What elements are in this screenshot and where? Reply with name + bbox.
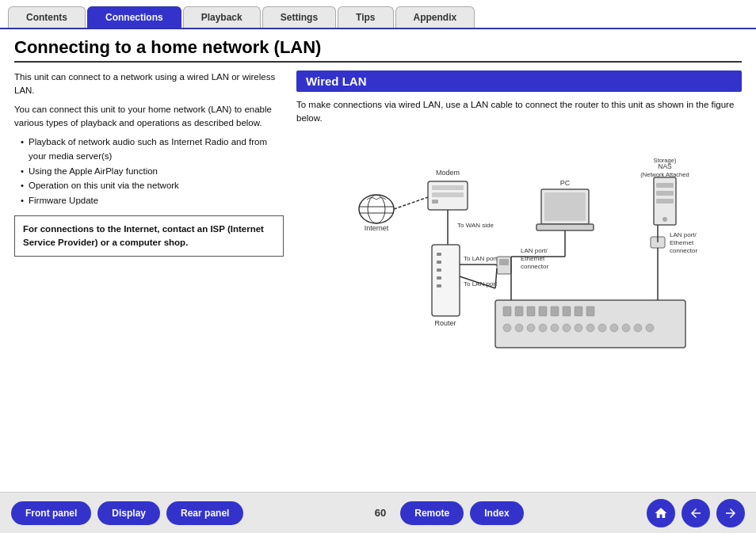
svg-point-36: [539, 324, 547, 332]
intro-line1: This unit can connect to a network using…: [14, 70, 284, 98]
network-diagram: Internet Modem To WAN side: [296, 134, 742, 364]
content-columns: This unit can connect to a network using…: [14, 70, 742, 364]
svg-point-38: [563, 324, 571, 332]
svg-point-33: [503, 324, 511, 332]
svg-rect-55: [536, 224, 594, 230]
svg-rect-15: [437, 261, 441, 264]
intro-line2: You can connect this unit to your home n…: [14, 103, 284, 131]
svg-text:To LAN port: To LAN port: [464, 255, 498, 262]
page-number-area: 60 Remote Index: [367, 501, 524, 525]
svg-point-43: [622, 324, 630, 332]
bullet-item: Using the Apple AirPlay function: [21, 164, 284, 178]
svg-rect-27: [527, 306, 535, 316]
tab-settings[interactable]: Settings: [262, 6, 336, 28]
front-panel-button[interactable]: Front panel: [11, 501, 91, 525]
svg-text:(Network Attached: (Network Attached: [640, 171, 689, 178]
svg-text:Router: Router: [434, 319, 456, 327]
svg-text:Modem: Modem: [436, 169, 460, 177]
svg-rect-28: [539, 306, 547, 316]
remote-button[interactable]: Remote: [400, 501, 464, 525]
back-button[interactable]: [682, 499, 710, 527]
bullet-item: Operation on this unit via the network: [21, 178, 284, 192]
svg-rect-16: [437, 268, 441, 272]
svg-point-1: [368, 195, 385, 223]
svg-text:PC: PC: [560, 179, 571, 187]
svg-line-48: [495, 265, 497, 265]
back-arrow-icon: [689, 506, 703, 520]
svg-rect-17: [437, 276, 441, 280]
svg-point-64: [662, 217, 667, 222]
diagram-svg: Internet Modem To WAN side: [296, 134, 742, 364]
svg-rect-14: [437, 253, 441, 256]
svg-rect-54: [544, 192, 586, 221]
svg-rect-13: [432, 245, 460, 316]
bottom-bar: Front panel Display Rear panel 60 Remote…: [0, 492, 756, 533]
tab-appendix[interactable]: Appendix: [395, 6, 475, 28]
svg-rect-9: [432, 200, 438, 204]
svg-rect-26: [515, 306, 523, 316]
rear-panel-button[interactable]: Rear panel: [166, 501, 243, 525]
svg-point-35: [527, 324, 535, 332]
svg-rect-63: [656, 199, 674, 204]
home-icon: [654, 506, 668, 520]
main-content: Connecting to a home network (LAN) This …: [0, 29, 756, 364]
svg-rect-62: [656, 191, 674, 196]
svg-point-44: [634, 324, 642, 332]
svg-text:Storage): Storage): [654, 157, 677, 164]
bullet-item: Firmware Update: [21, 193, 284, 207]
forward-button[interactable]: [716, 499, 745, 527]
bullet-item: Playback of network audio such as Intern…: [21, 135, 284, 164]
right-column: Wired LAN To make connections via wired …: [296, 70, 742, 364]
svg-rect-8: [432, 192, 464, 197]
svg-rect-47: [499, 259, 509, 265]
tab-playback[interactable]: Playback: [183, 6, 261, 28]
svg-text:Internet: Internet: [365, 224, 389, 232]
svg-text:To LAN port: To LAN port: [464, 280, 498, 287]
svg-rect-31: [575, 306, 582, 316]
info-box: For connections to the Internet, contact…: [14, 215, 284, 257]
svg-rect-32: [586, 306, 594, 316]
svg-rect-7: [432, 185, 464, 190]
wired-lan-header: Wired LAN: [296, 70, 742, 92]
tab-contents[interactable]: Contents: [8, 6, 86, 28]
bottom-left-nav: Front panel Display Rear panel: [11, 501, 243, 525]
tab-tips[interactable]: Tips: [338, 6, 393, 28]
svg-text:To WAN side: To WAN side: [457, 222, 494, 229]
svg-point-0: [359, 195, 394, 223]
svg-point-37: [551, 324, 559, 332]
svg-text:LAN port/: LAN port/: [521, 247, 548, 254]
svg-line-5: [394, 197, 428, 209]
tab-connections[interactable]: Connections: [87, 6, 181, 28]
svg-text:Ethernet: Ethernet: [670, 239, 694, 246]
svg-text:connector: connector: [521, 263, 548, 270]
svg-point-40: [586, 324, 594, 332]
svg-text:LAN port/: LAN port/: [670, 231, 697, 238]
page-number: 60: [375, 507, 386, 519]
svg-rect-29: [551, 306, 559, 316]
bullet-list: Playback of network audio such as Intern…: [21, 135, 284, 207]
svg-point-34: [515, 324, 523, 332]
svg-point-42: [610, 324, 618, 332]
svg-text:connector: connector: [670, 247, 697, 254]
svg-point-41: [598, 324, 606, 332]
svg-rect-61: [656, 183, 674, 188]
forward-arrow-icon: [724, 506, 738, 520]
svg-point-39: [575, 324, 582, 332]
svg-point-45: [646, 324, 654, 332]
left-column: This unit can connect to a network using…: [14, 70, 284, 364]
index-button[interactable]: Index: [470, 501, 523, 525]
home-button[interactable]: [647, 499, 675, 527]
svg-rect-25: [503, 306, 511, 316]
wired-lan-desc: To make connections via wired LAN, use a…: [296, 98, 742, 126]
bottom-right-nav: [647, 499, 745, 527]
svg-rect-30: [563, 306, 571, 316]
svg-rect-18: [437, 284, 441, 287]
display-button[interactable]: Display: [97, 501, 160, 525]
page-title: Connecting to a home network (LAN): [14, 37, 742, 63]
top-navigation: Contents Connections Playback Settings T…: [0, 0, 756, 29]
